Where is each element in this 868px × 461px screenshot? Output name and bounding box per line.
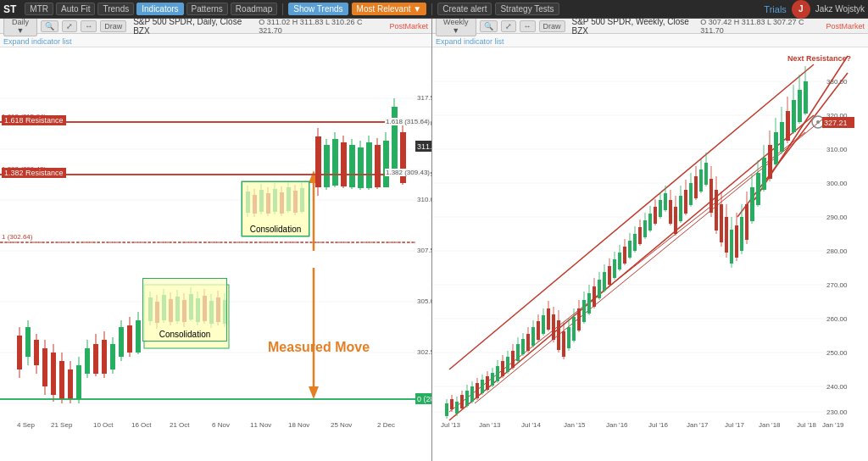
mtr-button[interactable]: MTR <box>25 3 53 15</box>
right-chart-title: S&P 500 SPDR, Weekly, Close BZX <box>572 19 698 36</box>
svg-text:Jan '17: Jan '17 <box>687 421 709 429</box>
svg-rect-283 <box>762 158 766 190</box>
svg-rect-297 <box>804 81 808 114</box>
create-alert-button[interactable]: Create alert <box>437 3 492 15</box>
left-chart-title: S&P 500 SPDR, Daily, Close BZX <box>133 19 255 36</box>
svg-text:21 Oct: 21 Oct <box>170 421 190 429</box>
svg-text:18 Nov: 18 Nov <box>288 421 309 429</box>
svg-text:300.00: 300.00 <box>826 180 848 187</box>
app-logo: ST <box>3 3 16 15</box>
svg-rect-279 <box>750 187 754 221</box>
trials-link[interactable]: Trials <box>764 4 786 14</box>
main-toolbar: ST MTR Auto Fit Trends Indicators Patter… <box>0 0 868 19</box>
divider-1 <box>282 3 283 15</box>
svg-text:1 (302.64): 1 (302.64) <box>2 233 33 241</box>
left-ohlc: O 311.02 H 311.83 L 310.26 C 321.70 <box>259 19 382 35</box>
svg-text:Jul '13: Jul '13 <box>441 421 460 429</box>
username: Jakz Wojstyk <box>815 4 865 14</box>
left-chart-body: 1.618 (315.64) 1.382 (309.43) 1 (302.64)… <box>0 47 431 459</box>
patterns-button[interactable]: Patterns <box>186 3 228 15</box>
svg-text:310.00: 310.00 <box>826 146 848 153</box>
trends-button[interactable]: Trends <box>97 3 134 15</box>
svg-text:Jan '18: Jan '18 <box>759 421 781 429</box>
right-expand-indicator: Expand indicator list <box>432 34 868 47</box>
left-zoom-btn[interactable]: 🔍 <box>41 20 58 32</box>
svg-text:4 Sep: 4 Sep <box>17 421 35 429</box>
right-timeframe-btn[interactable]: Weekly ▼ <box>436 19 476 36</box>
svg-rect-285 <box>768 145 772 179</box>
right-draw-btn[interactable]: Draw <box>539 20 565 32</box>
right-expand-link[interactable]: Expand indicator list <box>436 37 504 46</box>
svg-rect-281 <box>756 173 760 205</box>
svg-text:327.21: 327.21 <box>824 119 848 127</box>
svg-text:240.00: 240.00 <box>826 383 848 391</box>
svg-rect-287 <box>774 132 778 164</box>
left-expand-btn[interactable]: ⤢ <box>62 20 77 32</box>
svg-text:302.50: 302.50 <box>417 348 431 356</box>
indicators-button[interactable]: Indicators <box>136 3 183 15</box>
svg-rect-291 <box>786 111 790 141</box>
svg-text:25 Nov: 25 Nov <box>331 421 352 429</box>
left-chart: Daily ▼ 🔍 ⤢ ↔ Draw S&P 500 SPDR, Daily, … <box>0 19 432 461</box>
left-draw-btn[interactable]: Draw <box>100 20 126 32</box>
right-chart-svg: 330.00 320.00 310.00 300.00 290.00 280.0… <box>432 47 868 444</box>
svg-point-300 <box>816 120 820 124</box>
strategy-tests-button[interactable]: Strategy Tests <box>495 3 559 15</box>
svg-text:290.00: 290.00 <box>826 214 848 221</box>
svg-text:1.618 (315.64): 1.618 (315.64) <box>2 113 46 120</box>
left-chart-header: Daily ▼ 🔍 ⤢ ↔ Draw S&P 500 SPDR, Daily, … <box>0 19 431 34</box>
svg-text:11 Nov: 11 Nov <box>250 421 271 429</box>
svg-text:310.00: 310.00 <box>417 196 431 203</box>
charts-container: Daily ▼ 🔍 ⤢ ↔ Draw S&P 500 SPDR, Daily, … <box>0 19 868 461</box>
svg-text:Jan '15: Jan '15 <box>564 421 586 429</box>
toolbar-right: Trials J Jakz Wojstyk <box>764 0 865 19</box>
chart-controls: MTR Auto Fit Trends Indicators Patterns … <box>25 3 277 15</box>
left-expand-link[interactable]: Expand indicator list <box>3 37 72 46</box>
svg-text:Jan '16: Jan '16 <box>606 421 628 429</box>
right-chart-header: Weekly ▼ 🔍 ⤢ ↔ Draw S&P 500 SPDR, Weekly… <box>432 19 868 34</box>
svg-text:Jul '17: Jul '17 <box>725 421 744 429</box>
svg-text:230.00: 230.00 <box>826 408 848 416</box>
svg-text:6 Nov: 6 Nov <box>212 421 230 429</box>
svg-text:317.50: 317.50 <box>417 94 431 102</box>
svg-text:250.00: 250.00 <box>826 349 848 357</box>
autofit-button[interactable]: Auto Fit <box>56 3 95 15</box>
right-scroll-btn[interactable]: ↔ <box>520 20 536 32</box>
right-indicator: PostMarket <box>826 22 865 31</box>
show-trends-button[interactable]: Show Trends <box>288 3 348 15</box>
user-avatar[interactable]: J <box>792 0 810 19</box>
svg-text:260.00: 260.00 <box>826 315 848 323</box>
svg-text:330.00: 330.00 <box>826 78 848 86</box>
svg-text:Jul '14: Jul '14 <box>521 421 541 429</box>
svg-rect-289 <box>780 122 784 152</box>
left-chart-svg: 1.618 (315.64) 1.382 (309.43) 1 (302.64)… <box>0 47 431 444</box>
svg-text:10 Oct: 10 Oct <box>93 421 114 429</box>
svg-text:0 (286.32): 0 (286.32) <box>417 395 431 403</box>
svg-text:Jan '13: Jan '13 <box>479 421 501 429</box>
price-label-top: 1.618 (315.64) <box>385 118 431 125</box>
right-expand-btn[interactable]: ⤢ <box>501 20 516 32</box>
svg-text:Jul '16: Jul '16 <box>648 421 668 429</box>
left-expand-indicator: Expand indicator list <box>0 34 431 47</box>
svg-text:280.00: 280.00 <box>826 247 848 255</box>
svg-text:311.70: 311.70 <box>417 142 431 151</box>
svg-text:307.50: 307.50 <box>417 247 431 254</box>
svg-text:270.00: 270.00 <box>826 281 848 289</box>
svg-text:21 Sep: 21 Sep <box>51 421 73 429</box>
svg-text:1.382 (309.43): 1.382 (309.43) <box>2 165 46 173</box>
price-label-mid: 1.382 (309.43) <box>385 169 431 176</box>
left-timeframe-btn[interactable]: Daily ▼ <box>3 19 37 36</box>
left-indicator: PostMarket <box>389 22 428 31</box>
left-scroll-btn[interactable]: ↔ <box>81 20 97 32</box>
divider-2 <box>431 3 432 15</box>
right-zoom-btn[interactable]: 🔍 <box>480 20 498 32</box>
svg-text:2 Dec: 2 Dec <box>377 421 395 429</box>
svg-text:16 Oct: 16 Oct <box>131 421 152 429</box>
roadmap-button[interactable]: Roadmap <box>231 3 277 15</box>
most-relevant-button[interactable]: Most Relevant ▼ <box>352 3 427 15</box>
svg-text:Jul '18: Jul '18 <box>797 421 816 429</box>
right-chart: Weekly ▼ 🔍 ⤢ ↔ Draw S&P 500 SPDR, Weekly… <box>432 19 868 461</box>
svg-rect-295 <box>798 90 802 122</box>
svg-rect-293 <box>792 100 796 132</box>
svg-text:Jan '19: Jan '19 <box>822 421 844 429</box>
